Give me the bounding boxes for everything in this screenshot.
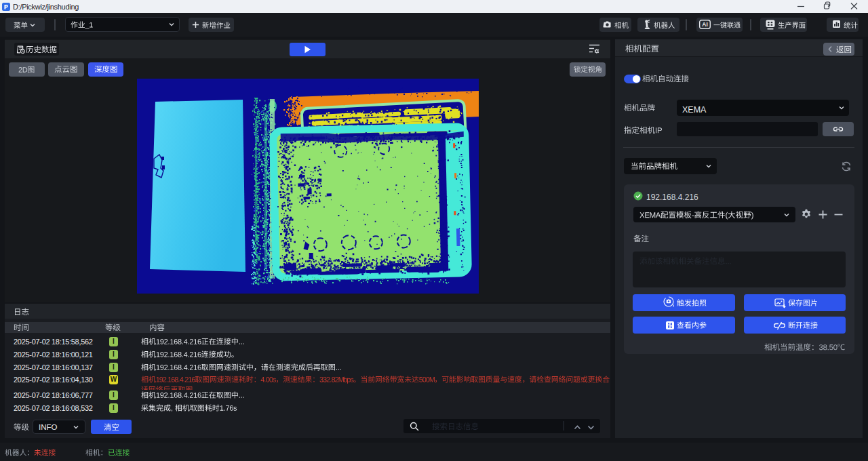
svg-text:AI: AI [702, 21, 708, 28]
